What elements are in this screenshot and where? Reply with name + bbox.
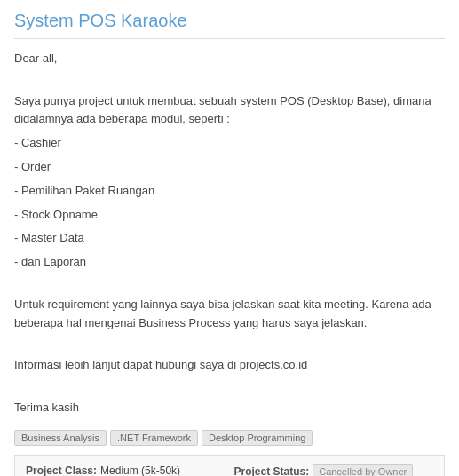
body-text: Dear all, Saya punya project untuk membu…	[14, 50, 445, 417]
tags-section: Business Analysis .NET Framework Desktop…	[14, 430, 445, 446]
module-order: - Order	[14, 158, 445, 177]
info-right-col: Project Status: Cancelled by Owner Accep…	[234, 464, 434, 476]
module-stock: - Stock Opname	[14, 206, 445, 225]
module-master: - Master Data	[14, 229, 445, 248]
module-laporan: - dan Laporan	[14, 253, 445, 272]
page-wrapper: System POS Karaoke Dear all, Saya punya …	[0, 0, 459, 476]
closing: Terima kasih	[14, 399, 445, 417]
page-title: System POS Karaoke	[14, 11, 445, 39]
tag-desktop-programming: Desktop Programming	[202, 430, 313, 446]
module-paket: - Pemilihan Paket Ruangan	[14, 182, 445, 201]
info-box: Project Class: Medium (5k-50k) Published…	[14, 455, 445, 476]
paragraph2: Untuk requirement yang lainnya saya bisa…	[14, 296, 445, 333]
paragraph3: Informasi lebih lanjut dapat hubungi say…	[14, 356, 445, 375]
project-class-label: Project Class:	[26, 464, 97, 476]
project-status-label: Project Status:	[234, 465, 310, 476]
status-badge: Cancelled by Owner	[313, 464, 413, 476]
tag-net-framework: .NET Framework	[110, 430, 198, 446]
info-grid: Project Class: Medium (5k-50k) Published…	[26, 464, 433, 476]
project-status-line: Project Status: Cancelled by Owner	[234, 464, 434, 476]
project-class-line: Project Class: Medium (5k-50k)	[26, 464, 226, 476]
project-class-value: Medium (5k-50k)	[100, 464, 180, 476]
paragraph1: Saya punya project untuk membuat sebuah …	[14, 92, 445, 130]
info-left-col: Project Class: Medium (5k-50k) Published…	[26, 464, 226, 476]
module-cashier: - Cashier	[14, 134, 445, 153]
greeting: Dear all,	[14, 50, 445, 68]
tag-business-analysis: Business Analysis	[14, 430, 107, 446]
